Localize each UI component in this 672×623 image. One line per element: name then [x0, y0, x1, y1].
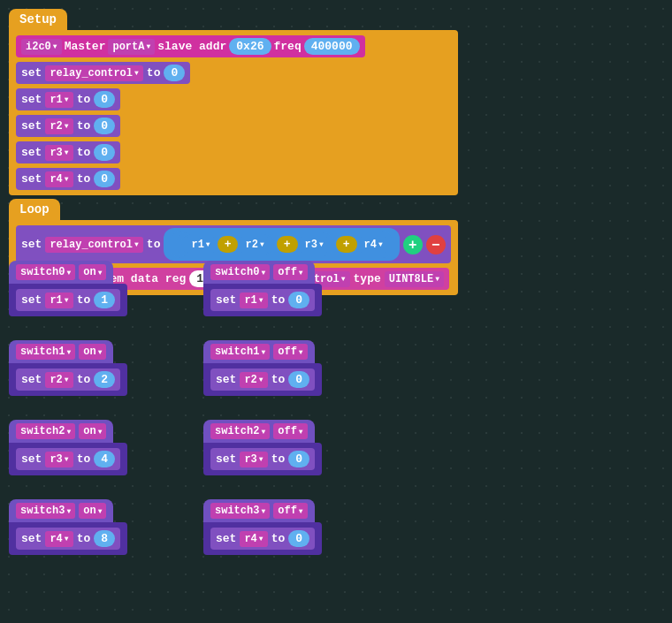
- sw2on-switch-dropdown[interactable]: switch2: [16, 423, 75, 439]
- expr-r4-dropdown[interactable]: r4: [360, 237, 387, 253]
- set-relay-block[interactable]: set relay_control to 0: [16, 62, 190, 84]
- relay-var-dropdown[interactable]: relay_control: [45, 65, 142, 81]
- sw3off-state-dropdown[interactable]: off: [273, 503, 307, 519]
- relay-val: 0: [164, 65, 185, 81]
- sw1on-state-dropdown[interactable]: on: [79, 344, 106, 360]
- loop-relay-dropdown[interactable]: relay_control: [45, 237, 142, 253]
- type-dropdown[interactable]: UINT8LE: [385, 271, 444, 287]
- i2c-row: i2c0 Master portA slave addr 0x26 freq 4…: [16, 35, 451, 57]
- to-label: to: [147, 66, 161, 80]
- setup-hat: Setup: [9, 9, 67, 30]
- expr-r1-dropdown[interactable]: r1: [187, 237, 214, 253]
- r1-expr: r1 + r2: [181, 234, 273, 255]
- sw3off-var-dropdown[interactable]: r4: [240, 531, 267, 547]
- sw3on-switch-dropdown[interactable]: switch3: [16, 503, 75, 519]
- sw0off-switch-dropdown[interactable]: switch0: [210, 264, 270, 280]
- sw0on-block: switch0 on set r1 to 1: [9, 261, 127, 316]
- sw0on-switch-dropdown[interactable]: switch0: [16, 264, 75, 280]
- r1-to-label: to: [77, 93, 91, 106]
- sw1off-set-label: set: [216, 373, 236, 386]
- freq-label: freq: [274, 40, 302, 53]
- sw2off-set-label: set: [216, 452, 236, 466]
- set-r1-block[interactable]: set r1 to 0: [16, 88, 120, 110]
- expr-block-outer: r1 + r2 + r3 + r4: [164, 228, 399, 261]
- sw3off-set-block[interactable]: set r4 to 0: [210, 528, 315, 550]
- i2c-dropdown[interactable]: i2c0: [21, 39, 62, 55]
- set-r3-row: set r3 to 0: [16, 141, 451, 163]
- set-r3-block[interactable]: set r3 to 0: [16, 141, 120, 163]
- set-relay-row: set relay_control to 0: [16, 62, 451, 84]
- sw2on-state-dropdown[interactable]: on: [79, 423, 106, 439]
- r2-var-dropdown[interactable]: r2: [45, 118, 73, 134]
- sw3off-block: switch3 off set r4 to 0: [203, 499, 322, 555]
- sw0on-var-dropdown[interactable]: r1: [45, 293, 73, 308]
- slave-addr-label: slave addr: [157, 40, 226, 53]
- set-r2-row: set r2 to 0: [16, 115, 451, 137]
- workspace: Setup i2c0 Master portA slave addr 0x26 …: [0, 0, 672, 623]
- remove-button[interactable]: −: [426, 235, 446, 255]
- r3-var-dropdown[interactable]: r3: [45, 145, 73, 161]
- sw0off-state-dropdown[interactable]: off: [273, 264, 307, 280]
- sw0on-set-block[interactable]: set r1 to 1: [16, 289, 120, 311]
- expr-r1-plus-r2: r1 + r2 + r3 + r4: [171, 231, 392, 258]
- set-r4-block[interactable]: set r4 to 0: [16, 168, 120, 190]
- set-r3-label: set: [21, 146, 42, 159]
- r3-val: 0: [94, 144, 115, 161]
- sw0on-to-label: to: [77, 293, 91, 307]
- sw1on-set-block[interactable]: set r2 to 2: [16, 368, 120, 391]
- type-label: type: [354, 272, 381, 285]
- sw2off-set-block[interactable]: set r3 to 0: [210, 448, 315, 470]
- loop-label: Loop: [19, 202, 50, 217]
- sw2on-set-label: set: [21, 452, 42, 466]
- port-dropdown[interactable]: portA: [108, 39, 155, 55]
- add-button[interactable]: +: [403, 235, 423, 255]
- sw1on-val: 2: [94, 371, 115, 388]
- sw2on-var-dropdown[interactable]: r3: [45, 452, 73, 467]
- sw1off-state-dropdown[interactable]: off: [273, 344, 307, 360]
- set-r2-block[interactable]: set r2 to 0: [16, 115, 120, 137]
- sw3on-to-label: to: [77, 532, 91, 545]
- sw3on-state-dropdown[interactable]: on: [79, 503, 106, 519]
- sw2on-val: 4: [94, 451, 115, 467]
- plus3: +: [336, 236, 357, 253]
- r4-var-dropdown[interactable]: r4: [45, 171, 73, 187]
- setup-label: Setup: [19, 12, 57, 27]
- r2-val: 0: [94, 118, 115, 134]
- sw0off-var-dropdown[interactable]: r1: [240, 293, 267, 308]
- plus2: +: [277, 236, 298, 253]
- sw3off-to-label: to: [271, 532, 286, 545]
- sw3on-var-dropdown[interactable]: r4: [45, 531, 73, 547]
- sw2on-set-block[interactable]: set r3 to 4: [16, 448, 120, 470]
- sw2off-switch-dropdown[interactable]: switch2: [210, 423, 270, 439]
- sw1off-val: 0: [288, 371, 309, 388]
- freq-value: 400000: [304, 38, 360, 55]
- sw3off-set-label: set: [216, 532, 236, 545]
- loop-hat: Loop: [9, 199, 60, 220]
- r1-var-dropdown[interactable]: r1: [45, 92, 73, 108]
- sw1on-var-dropdown[interactable]: r2: [45, 372, 73, 388]
- expr-r2-dropdown[interactable]: r2: [241, 237, 268, 253]
- sw3on-set-block[interactable]: set r4 to 8: [16, 528, 120, 550]
- sw0on-state-dropdown[interactable]: on: [79, 264, 106, 280]
- sw1off-var-dropdown[interactable]: r2: [240, 372, 267, 388]
- set-r1-label: set: [21, 93, 42, 106]
- sw1on-block: switch1 on set r2 to 2: [9, 340, 127, 396]
- r4-to-label: to: [77, 172, 91, 186]
- sw0on-set-label: set: [21, 293, 42, 307]
- set-r4-label: set: [21, 172, 42, 186]
- loop-set-block[interactable]: set relay_control to r1 + r2: [16, 225, 451, 263]
- i2c-block[interactable]: i2c0 Master portA slave addr 0x26 freq 4…: [16, 35, 365, 57]
- sw0off-set-label: set: [216, 293, 236, 307]
- sw2off-state-dropdown[interactable]: off: [273, 423, 307, 439]
- sw2off-to-label: to: [271, 452, 286, 466]
- r2-to-label: to: [77, 119, 91, 133]
- sw1on-switch-dropdown[interactable]: switch1: [16, 344, 75, 360]
- expr-r3-dropdown[interactable]: r3: [301, 237, 328, 253]
- sw2off-var-dropdown[interactable]: r3: [240, 452, 267, 467]
- sw1off-set-block[interactable]: set r2 to 0: [210, 368, 315, 391]
- sw1off-switch-dropdown[interactable]: switch1: [210, 344, 270, 360]
- sw0off-set-block[interactable]: set r1 to 0: [210, 289, 315, 311]
- sw3off-switch-dropdown[interactable]: switch3: [210, 503, 270, 519]
- sw1on-to-label: to: [77, 373, 91, 386]
- sw2on-block: switch2 on set r3 to 4: [9, 420, 127, 475]
